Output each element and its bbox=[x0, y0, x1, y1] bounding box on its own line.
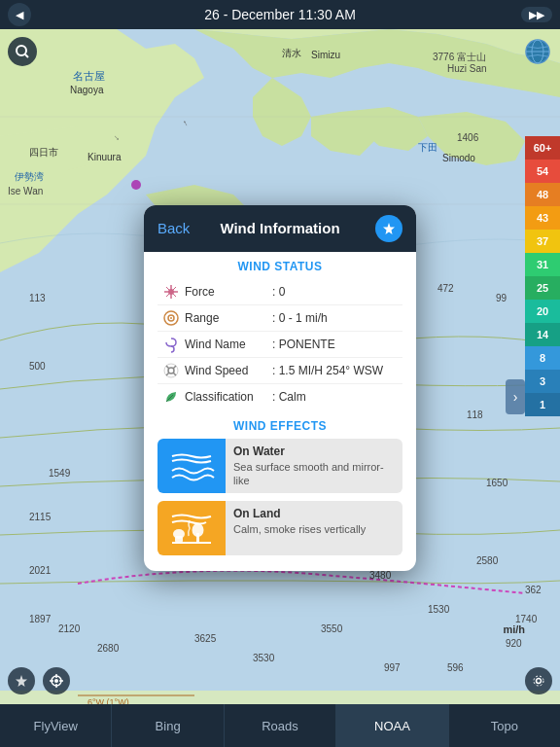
wind-info-row: Wind Speed: 1.5 MI/H 254° WSW bbox=[158, 358, 402, 384]
wind-row-value-2: : PONENTE bbox=[272, 338, 335, 351]
modal-overlay: Back Wind Information WIND STATUS Force:… bbox=[0, 0, 560, 747]
wind-info-row: Classification: Calm bbox=[158, 384, 402, 409]
wind-rows: Force: 0Range: 0 - 1 mi/hWind Name: PONE… bbox=[158, 279, 402, 409]
wind-info-row: Range: 0 - 1 mi/h bbox=[158, 305, 402, 332]
wind-effects-title: WIND EFFECTS bbox=[158, 419, 402, 433]
star-badge-icon bbox=[382, 222, 396, 235]
effect-text-water: On WaterSea surface smooth and mirror-li… bbox=[226, 439, 402, 494]
wind-effects-section: WIND EFFECTS On WaterSea surface smooth … bbox=[144, 413, 416, 572]
effect-text-land: On LandCalm, smoke rises vertically bbox=[226, 501, 402, 555]
wind-status-section: WIND STATUS Force: 0Range: 0 - 1 mi/hWin… bbox=[144, 252, 416, 413]
effect-icon-water bbox=[158, 439, 226, 494]
svg-marker-61 bbox=[383, 223, 395, 234]
effect-title-water: On Water bbox=[233, 445, 395, 458]
effect-desc-land: Calm, smoke rises vertically bbox=[233, 522, 395, 536]
wind-info-row: Force: 0 bbox=[158, 279, 402, 305]
wind-row-value-4: : Calm bbox=[272, 390, 306, 404]
effect-icon-land bbox=[158, 501, 226, 555]
wind-row-label-1: Range bbox=[185, 311, 272, 325]
svg-point-71 bbox=[164, 364, 178, 377]
effect-title-land: On Land bbox=[233, 507, 395, 520]
wind-row-value-0: : 0 bbox=[272, 285, 285, 299]
panel-title: Wind Information bbox=[220, 220, 339, 236]
effect-desc-water: Sea surface smooth and mirror-like bbox=[233, 460, 395, 488]
wind-row-icon-2 bbox=[158, 336, 185, 353]
effect-card-water: On WaterSea surface smooth and mirror-li… bbox=[158, 439, 402, 494]
wind-row-icon-1 bbox=[158, 309, 185, 327]
effect-cards: On WaterSea surface smooth and mirror-li… bbox=[158, 439, 402, 556]
wind-row-icon-0 bbox=[158, 283, 185, 301]
svg-point-75 bbox=[173, 529, 185, 539]
back-button[interactable]: Back bbox=[158, 220, 190, 236]
effect-card-land: On LandCalm, smoke rises vertically bbox=[158, 501, 402, 555]
wind-row-label-3: Wind Speed bbox=[185, 364, 272, 377]
wind-row-icon-4 bbox=[158, 388, 185, 406]
land-icon bbox=[167, 509, 216, 548]
wind-row-label-4: Classification bbox=[185, 390, 272, 404]
wind-row-value-3: : 1.5 MI/H 254° WSW bbox=[272, 364, 383, 377]
wind-status-title: WIND STATUS bbox=[158, 260, 402, 273]
favorite-badge[interactable] bbox=[375, 215, 402, 242]
wind-info-panel: Back Wind Information WIND STATUS Force:… bbox=[144, 205, 416, 572]
water-icon bbox=[167, 446, 216, 485]
wind-row-label-0: Force bbox=[185, 285, 272, 299]
wind-row-label-2: Wind Name bbox=[185, 338, 272, 351]
svg-point-77 bbox=[192, 523, 204, 537]
svg-point-69 bbox=[170, 317, 172, 319]
wind-info-row: Wind Name: PONENTE bbox=[158, 332, 402, 358]
wind-row-value-1: : 0 - 1 mi/h bbox=[272, 311, 328, 325]
panel-header: Back Wind Information bbox=[144, 205, 416, 252]
wind-row-icon-3 bbox=[158, 362, 185, 379]
